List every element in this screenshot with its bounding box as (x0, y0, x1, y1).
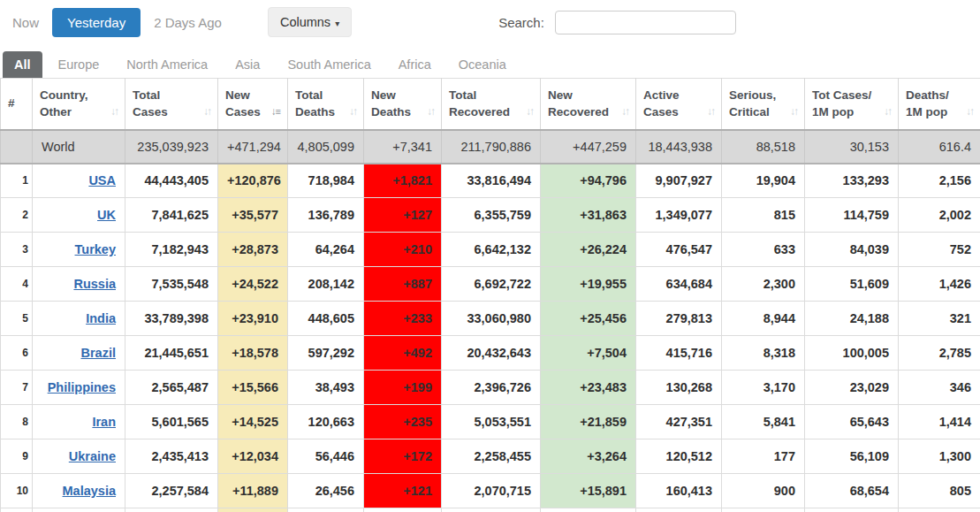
country-link[interactable]: Turkey (75, 242, 116, 256)
sort-icon: ↓↑ (880, 104, 891, 119)
table-row: 9 Ukraine 2,435,413 +12,034 56,446 +172 … (1, 439, 980, 474)
world-new-recovered: +447,259 (541, 130, 636, 164)
chevron-down-icon: ▾ (335, 19, 339, 28)
deaths-1m-cell: 2,785 (899, 336, 980, 371)
country-link[interactable]: Philippines (48, 380, 116, 394)
column-header-new-recovered[interactable]: NewRecovered↓↑ (541, 79, 636, 130)
new-recovered-cell: +31,863 (541, 198, 636, 233)
serious-critical-cell: 8,944 (722, 302, 805, 336)
total-deaths-cell: 448,605 (288, 302, 364, 336)
row-rank: 8 (1, 405, 33, 439)
sort-icon: ↓↑ (346, 104, 356, 119)
country-link[interactable]: Russia (73, 277, 116, 291)
new-cases-cell: +14,525 (218, 405, 288, 439)
row-rank: 3 (1, 233, 33, 267)
deaths-1m-cell: 1,300 (899, 439, 980, 474)
new-deaths-cell: +887 (364, 267, 442, 302)
country-cell: Brazil (33, 336, 125, 371)
new-deaths-cell: +1,821 (364, 164, 442, 198)
tab-all[interactable]: All (3, 51, 42, 78)
deaths-1m-cell: 1,414 (899, 405, 980, 439)
country-cell: Iran (33, 405, 125, 439)
covid-stats-table: #Country,Other↓↑TotalCases↓↑NewCases↓≡To… (0, 78, 980, 512)
deaths-1m-cell: 346 (899, 371, 980, 405)
row-rank: 2 (1, 198, 33, 233)
sort-icon: ↓↑ (522, 104, 533, 119)
new-recovered-cell: +3,264 (541, 439, 636, 474)
serious-critical-cell: 900 (722, 474, 805, 508)
column-header-new-deaths[interactable]: NewDeaths↓↑ (364, 79, 442, 130)
country-cell: Malaysia (33, 474, 125, 508)
tab-africa[interactable]: Africa (387, 51, 443, 78)
column-header-deaths-1m[interactable]: Deaths/1M pop↓↑ (899, 79, 980, 130)
search-input[interactable] (555, 11, 736, 34)
country-link[interactable]: UK (97, 208, 116, 222)
total-recovered-cell: 6,692,722 (442, 267, 541, 302)
country-cell: UK (33, 198, 125, 233)
total-recovered-cell: 2,396,726 (442, 371, 541, 405)
new-cases-cell: +18,578 (218, 336, 288, 371)
active-cases-cell: 130,268 (636, 371, 722, 405)
tot-cases-1m-cell: 23,029 (805, 371, 899, 405)
total-deaths-cell: 120,663 (288, 405, 364, 439)
active-cases-cell: 160,413 (636, 474, 722, 508)
column-header-country[interactable]: Country,Other↓↑ (33, 79, 125, 130)
table-row: 2 UK 7,841,625 +35,577 136,789 +127 6,35… (1, 198, 980, 233)
column-header-tot-cases-1m[interactable]: Tot Cases/1M pop↓↑ (805, 79, 899, 130)
deaths-1m-cell: 2,002 (899, 198, 980, 233)
country-link[interactable]: Iran (92, 415, 116, 429)
active-cases-cell: 415,716 (636, 336, 722, 371)
new-cases-cell: +15,566 (218, 371, 288, 405)
sort-icon: ↓↑ (200, 104, 210, 119)
columns-dropdown-button[interactable]: Columns▾ (268, 7, 352, 37)
new-cases-cell: +11,889 (218, 474, 288, 508)
row-rank: 7 (1, 371, 33, 405)
total-cases-cell: 44,443,405 (125, 164, 218, 198)
table-row: 10 Malaysia 2,257,584 +11,889 26,456 +12… (1, 474, 980, 508)
active-cases-cell: 120,512 (636, 439, 722, 474)
now-button[interactable]: Now (12, 15, 39, 30)
table-body: World 235,039,923 +471,294 4,805,099 +7,… (1, 130, 980, 512)
new-deaths-cell: +210 (364, 233, 442, 267)
column-header-total-recovered[interactable]: TotalRecovered↓↑ (442, 79, 541, 130)
total-cases-cell: 7,182,943 (125, 233, 218, 267)
total-recovered-cell: 6,642,132 (442, 233, 541, 267)
column-header-total-cases[interactable]: TotalCases↓↑ (125, 79, 218, 130)
tot-cases-1m-cell: 51,609 (805, 267, 899, 302)
country-link[interactable]: Ukraine (69, 449, 116, 463)
tot-cases-1m-cell: 84,039 (805, 233, 899, 267)
yesterday-button[interactable]: Yesterday (52, 8, 141, 37)
total-recovered-cell: 2,258,455 (442, 439, 541, 474)
tot-cases-1m-cell: 56,109 (805, 439, 899, 474)
country-link[interactable]: India (86, 311, 116, 325)
sort-icon: ↓↑ (703, 104, 714, 119)
two-days-ago-button[interactable]: 2 Days Ago (154, 15, 222, 30)
deaths-1m-cell: 752 (899, 233, 980, 267)
tab-oceania[interactable]: Oceania (447, 51, 518, 78)
country-link[interactable]: Malaysia (63, 484, 116, 498)
tab-south-america[interactable]: South America (276, 51, 382, 78)
column-header-serious-critical[interactable]: Serious,Critical↓↑ (722, 79, 805, 130)
world-new-cases: +471,294 (218, 130, 288, 164)
new-recovered-cell: +94,796 (541, 164, 636, 198)
column-header-active-cases[interactable]: ActiveCases↓↑ (636, 79, 722, 130)
tab-asia[interactable]: Asia (224, 51, 271, 78)
column-header-new-cases[interactable]: NewCases↓≡ (218, 79, 288, 130)
tot-cases-1m-cell: 24,188 (805, 302, 899, 336)
new-recovered-cell: +15,891 (541, 474, 636, 508)
country-link[interactable]: Brazil (81, 346, 117, 360)
row-rank: 6 (1, 336, 33, 371)
total-recovered-cell: 5,053,551 (442, 405, 541, 439)
country-link[interactable]: USA (88, 173, 116, 187)
column-header-total-deaths[interactable]: TotalDeaths↓↑ (288, 79, 364, 130)
world-deaths-1m: 616.4 (899, 130, 980, 164)
tab-europe[interactable]: Europe (47, 51, 111, 78)
country-cell: Ukraine (33, 439, 125, 474)
total-cases-cell: 5,601,565 (125, 405, 218, 439)
tab-north-america[interactable]: North America (115, 51, 219, 78)
new-cases-cell: +120,876 (218, 164, 288, 198)
tot-cases-1m-cell: 133,293 (805, 164, 899, 198)
deaths-1m-cell: 805 (899, 474, 980, 508)
search-label: Search: (498, 15, 544, 30)
table-row: 4 Russia 7,535,548 +24,522 208,142 +887 … (1, 267, 980, 302)
